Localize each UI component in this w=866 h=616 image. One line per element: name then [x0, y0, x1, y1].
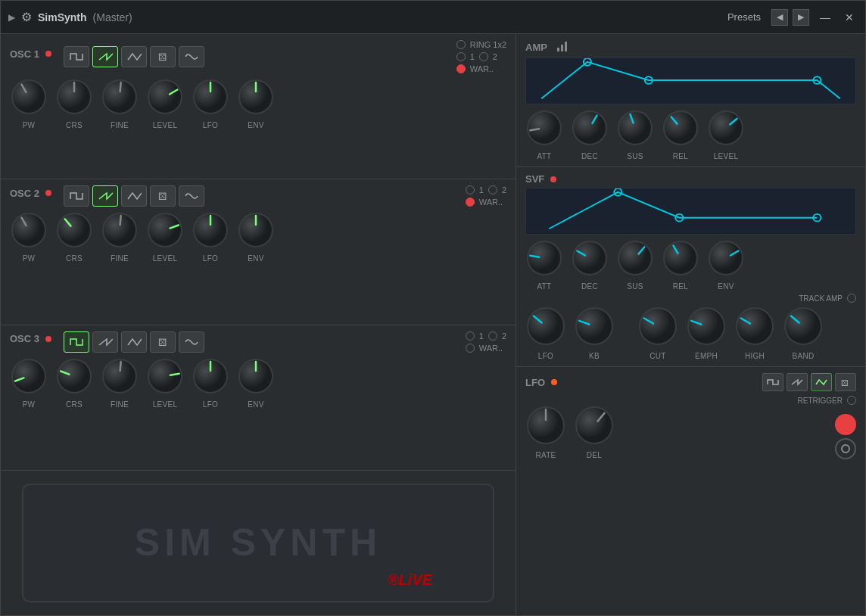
lfo-square-wave[interactable]: [762, 373, 783, 391]
svf-band-knob[interactable]: [783, 306, 824, 350]
retrigger-radio[interactable]: [847, 396, 856, 405]
osc2-lfo-knob[interactable]: [192, 211, 229, 252]
osc3-war-radio[interactable]: [466, 344, 475, 353]
osc2-ch1-label: 1: [479, 185, 484, 194]
svf-kb-knob[interactable]: [574, 306, 615, 350]
collapse-arrow[interactable]: ▶: [8, 12, 15, 23]
osc1-ring-radio[interactable]: [456, 40, 466, 49]
osc1-ch1-radio[interactable]: [456, 52, 466, 61]
osc2-crs-knob[interactable]: [55, 211, 93, 252]
lfo-rate-knob[interactable]: [525, 405, 566, 449]
osc3-active-dot[interactable]: [45, 336, 51, 342]
osc3-ch-row: 1 2: [466, 331, 506, 341]
osc3-sine-wave[interactable]: [179, 331, 204, 353]
svf-sus-knob[interactable]: [616, 239, 654, 280]
minimize-button[interactable]: —: [817, 9, 833, 26]
osc1-pw-knob[interactable]: [10, 78, 48, 119]
osc2-tri-wave[interactable]: [121, 185, 147, 207]
osc1-fine-knob[interactable]: [101, 78, 139, 119]
osc2-ch1-radio[interactable]: [466, 185, 475, 194]
amp-sus-knob[interactable]: [616, 109, 654, 150]
osc2-crs-label: CRS: [66, 254, 83, 263]
osc1-saw-wave[interactable]: [92, 46, 118, 67]
osc3-ch1-radio[interactable]: [466, 331, 475, 341]
osc2-saw-wave[interactable]: [92, 185, 118, 207]
osc2-env-knob[interactable]: [237, 211, 275, 252]
osc2-war-radio[interactable]: [466, 198, 475, 207]
osc3-square-wave[interactable]: [64, 331, 89, 353]
svf-active-dot[interactable]: [550, 176, 556, 182]
svf-env-label: ENV: [718, 282, 734, 291]
osc3-tri-wave[interactable]: [121, 331, 147, 353]
osc2-fine-knob[interactable]: [101, 211, 139, 252]
amp-level-knob[interactable]: [707, 109, 745, 150]
osc2-level-knob[interactable]: [146, 211, 184, 252]
osc1-crs-knob[interactable]: [55, 78, 93, 119]
osc1-ring-area: RING 1x2 1 2 WAR..: [456, 40, 506, 73]
lfo-noise-wave[interactable]: ⚄: [835, 373, 856, 391]
osc1-ch2-radio[interactable]: [479, 52, 488, 61]
osc1-sine-wave[interactable]: [179, 46, 204, 67]
osc3-section: OSC 3 ⚄: [1, 325, 516, 471]
osc1-env-knob[interactable]: [237, 78, 275, 119]
logo-simsynth-text: SIM SYNTH: [135, 521, 382, 565]
osc3-ch2-radio[interactable]: [488, 331, 497, 341]
next-preset-button[interactable]: ▶: [793, 9, 809, 26]
osc1-war-radio[interactable]: [456, 64, 466, 73]
osc3-level-knob[interactable]: [146, 357, 184, 398]
svf-lfo-knob-container: LFO: [525, 306, 566, 360]
gear-icon[interactable]: ⚙: [21, 10, 32, 24]
osc3-env-label: ENV: [248, 400, 263, 409]
amp-dec-knob[interactable]: [571, 109, 609, 150]
svf-att-knob[interactable]: [525, 239, 563, 280]
osc2-sine-wave[interactable]: [179, 185, 204, 207]
svf-high-knob[interactable]: [734, 306, 775, 350]
prev-preset-button[interactable]: ◀: [771, 9, 788, 26]
lfo-orange-dot[interactable]: [551, 379, 557, 385]
lfo-tri-wave[interactable]: [811, 373, 832, 391]
svf-rel-knob[interactable]: [662, 239, 699, 280]
lfo-saw-wave[interactable]: [787, 373, 808, 391]
osc2-active-dot[interactable]: [45, 190, 51, 196]
amp-sus-label: SUS: [627, 152, 643, 160]
close-button[interactable]: ✕: [841, 9, 858, 26]
osc1-tri-wave[interactable]: [121, 46, 147, 67]
svg-point-72: [640, 308, 676, 344]
osc3-fine-knob[interactable]: [101, 357, 139, 398]
osc2-pw-knob[interactable]: [10, 211, 48, 252]
osc3-pw-knob[interactable]: [10, 357, 48, 398]
osc1-lfo-knob[interactable]: [192, 78, 229, 119]
svf-section: SVF: [516, 167, 865, 367]
osc2-level-label: LEVEL: [153, 254, 178, 263]
amp-rel-knob[interactable]: [662, 109, 699, 150]
osc1-square-wave[interactable]: [64, 46, 89, 67]
svf-lfo-knob[interactable]: [525, 306, 566, 350]
osc1-level-knob-container: LEVEL: [146, 78, 184, 129]
lfo-trigger-button[interactable]: [835, 414, 856, 435]
lfo-sync-button[interactable]: [835, 438, 856, 459]
svf-env-knob[interactable]: [707, 239, 745, 280]
svf-dec-knob[interactable]: [571, 239, 609, 280]
svf-title: SVF: [525, 173, 544, 185]
svg-point-74: [688, 308, 724, 344]
svf-emph-knob[interactable]: [686, 306, 727, 350]
svf-cut-knob[interactable]: [637, 306, 678, 350]
osc3-env-knob[interactable]: [237, 357, 275, 398]
track-amp-radio[interactable]: [847, 294, 856, 303]
svf-lfo-label: LFO: [538, 352, 553, 360]
osc1-level-knob[interactable]: [146, 78, 184, 119]
osc3-lfo-knob[interactable]: [192, 357, 229, 398]
lfo-del-label: DEL: [587, 451, 602, 459]
osc2-ch2-radio[interactable]: [488, 185, 497, 194]
retrigger-row: RETRIGGER: [798, 396, 856, 405]
osc3-saw-wave[interactable]: [92, 331, 118, 353]
osc3-crs-knob[interactable]: [55, 357, 93, 398]
osc3-noise-wave[interactable]: ⚄: [150, 331, 176, 353]
osc1-active-dot[interactable]: [45, 51, 51, 57]
osc1-noise-wave[interactable]: ⚄: [150, 46, 176, 67]
osc2-square-wave[interactable]: [64, 185, 89, 207]
osc2-noise-wave[interactable]: ⚄: [150, 185, 176, 207]
svf-rel-knob-container: REL: [662, 239, 699, 291]
lfo-del-knob[interactable]: [574, 405, 615, 449]
amp-att-knob[interactable]: [525, 109, 563, 150]
